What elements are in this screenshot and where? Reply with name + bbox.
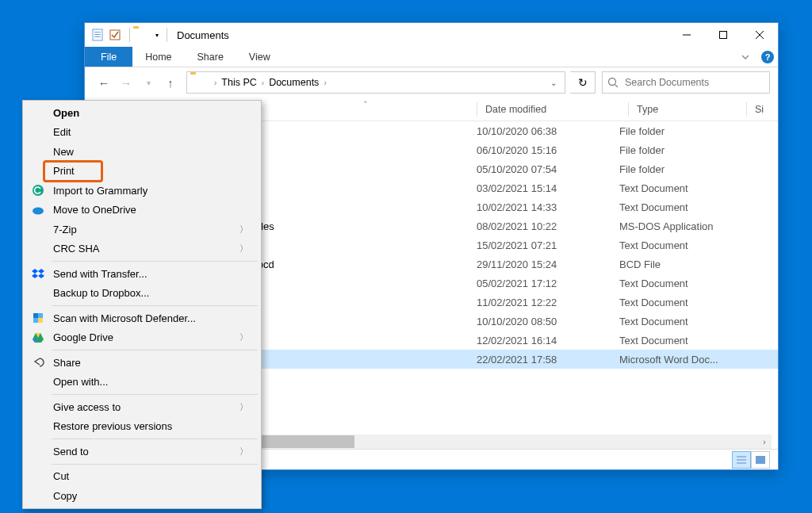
maximize-button[interactable]: [705, 23, 741, 47]
chevron-right-icon[interactable]: ›: [262, 78, 264, 87]
file-type: Text Document: [619, 239, 729, 251]
minimize-button[interactable]: [668, 23, 705, 47]
close-button[interactable]: [741, 23, 778, 47]
menu-item[interactable]: Send with Transfer...: [25, 264, 259, 284]
chevron-right-icon: 〉: [239, 331, 248, 343]
menu-separator: [52, 394, 258, 395]
menu-item-label: Cut: [53, 470, 69, 482]
context-menu: OpenEditNewPrintImport to GrammarlyMove …: [22, 100, 262, 509]
file-type: Text Document: [619, 278, 729, 289]
menu-item[interactable]: Share: [25, 353, 259, 373]
recent-dropdown-icon[interactable]: ▾: [137, 71, 159, 94]
menu-item-label: Open with...: [53, 376, 108, 388]
search-input[interactable]: [625, 77, 764, 88]
menu-item[interactable]: Open: [25, 103, 259, 123]
tab-file[interactable]: File: [85, 47, 132, 67]
search-box[interactable]: [602, 71, 770, 94]
menu-item[interactable]: Import to Grammarly: [25, 181, 259, 201]
menu-item-label: Share: [53, 357, 81, 369]
file-date: 05/02/2021 17:12: [477, 278, 619, 289]
menu-item[interactable]: Edit: [25, 123, 259, 143]
crumb-this-pc[interactable]: This PC: [221, 77, 256, 88]
tab-view[interactable]: View: [236, 47, 283, 67]
column-type[interactable]: Type: [637, 104, 746, 115]
tab-share[interactable]: Share: [185, 47, 236, 67]
svg-rect-23: [33, 318, 38, 323]
column-date[interactable]: Date modified: [485, 104, 628, 115]
file-date: 22/02/2021 17:58: [477, 354, 619, 366]
menu-item[interactable]: Send to〉: [25, 442, 259, 461]
file-type: Text Document: [619, 182, 729, 194]
folder-icon: [190, 75, 206, 90]
menu-item-label: Copy: [53, 490, 77, 502]
forward-button[interactable]: →: [115, 71, 137, 94]
crumb-documents[interactable]: Documents: [269, 77, 319, 88]
window-title: Documents: [177, 29, 229, 41]
navigation-bar: ← → ▾ ↑ › This PC › Documents › ⌄ ↻: [85, 67, 778, 98]
menu-item[interactable]: 7-Zip〉: [25, 220, 259, 239]
refresh-button[interactable]: ↻: [570, 71, 596, 94]
help-button[interactable]: ?: [757, 47, 778, 67]
menu-item[interactable]: Restore previous versions: [25, 417, 259, 437]
tab-home[interactable]: Home: [132, 47, 184, 67]
menu-item[interactable]: Open with...: [25, 373, 259, 392]
search-icon: [607, 77, 619, 88]
file-date: 03/02/2021 15:14: [477, 182, 619, 194]
menu-item[interactable]: New: [25, 142, 259, 162]
horizontal-scrollbar[interactable]: ›: [259, 435, 772, 449]
menu-item[interactable]: Copy: [25, 486, 259, 506]
chevron-right-icon: 〉: [239, 243, 248, 255]
ribbon-collapse-icon[interactable]: [733, 47, 757, 67]
address-history-icon[interactable]: ⌄: [546, 78, 561, 87]
menu-separator: [52, 464, 258, 465]
file-type: BCD File: [619, 258, 729, 270]
scrollbar-thumb[interactable]: [259, 435, 354, 448]
folder-icon: [133, 29, 147, 41]
chevron-right-icon: 〉: [239, 401, 248, 413]
menu-separator: [52, 261, 258, 262]
menu-item[interactable]: CRC SHA〉: [25, 239, 259, 259]
file-date: 15/02/2021 07:21: [477, 239, 619, 251]
svg-marker-19: [32, 274, 38, 278]
qat-dropdown-icon[interactable]: ▾: [155, 32, 159, 39]
column-size[interactable]: Si: [755, 104, 778, 115]
scroll-right-icon[interactable]: ›: [757, 435, 772, 449]
menu-item[interactable]: Cut: [25, 467, 259, 487]
file-date: 05/10/2020 07:54: [477, 163, 619, 175]
menu-item-label: Import to Grammarly: [53, 185, 147, 197]
svg-rect-14: [756, 456, 765, 464]
chevron-right-icon: 〉: [239, 446, 248, 457]
menu-item-label: Send with Transfer...: [53, 268, 147, 280]
address-bar[interactable]: › This PC › Documents › ⌄: [186, 71, 565, 94]
file-date: 06/10/2020 15:16: [477, 144, 619, 156]
menu-item[interactable]: Give access to〉: [25, 397, 259, 417]
svg-rect-22: [38, 313, 43, 318]
menu-item[interactable]: Print: [25, 162, 259, 182]
menu-separator: [52, 350, 258, 350]
file-date: 29/11/2020 15:24: [477, 258, 619, 270]
doc-icon: [91, 29, 104, 41]
up-button[interactable]: ↑: [159, 71, 182, 94]
menu-item[interactable]: Scan with Microsoft Defender...: [25, 308, 259, 328]
details-view-button[interactable]: [732, 451, 751, 469]
menu-item-label: Edit: [53, 126, 71, 138]
back-button[interactable]: ←: [93, 71, 115, 94]
chevron-right-icon[interactable]: ›: [324, 78, 326, 87]
menu-item-label: Open: [53, 107, 79, 119]
menu-item[interactable]: Move to OneDrive: [25, 201, 259, 220]
thumbnails-view-button[interactable]: [751, 451, 770, 469]
file-date: 10/10/2020 08:50: [477, 316, 619, 327]
file-date: 12/02/2021 16:14: [477, 335, 619, 346]
file-type: Text Document: [619, 297, 729, 308]
chevron-right-icon[interactable]: ›: [214, 78, 216, 87]
svg-marker-18: [38, 269, 44, 274]
file-type: File folder: [619, 144, 729, 156]
separator: [167, 28, 167, 42]
svg-rect-3: [94, 36, 101, 37]
file-date: 10/02/2021 14:33: [477, 201, 619, 213]
menu-item[interactable]: Backup to Dropbox...: [25, 284, 259, 304]
menu-item[interactable]: Google Drive〉: [25, 328, 259, 348]
gdrive-icon: [31, 331, 45, 345]
file-date: 10/10/2020 06:38: [477, 125, 619, 137]
save-icon[interactable]: [109, 29, 121, 41]
